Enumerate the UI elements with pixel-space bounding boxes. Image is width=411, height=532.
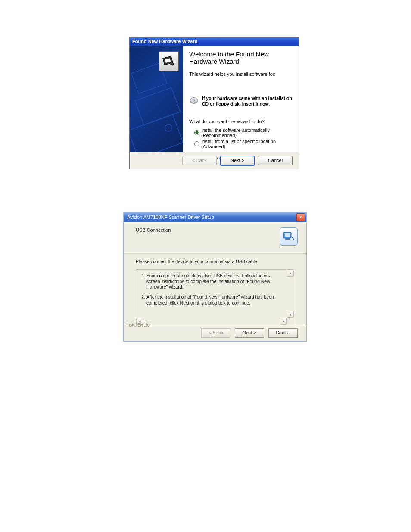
svg-rect-9 (285, 233, 290, 237)
radio-install-auto[interactable] (194, 130, 199, 135)
dlg1-back-button: < Back (182, 156, 217, 165)
dlg2-title-text: Avision AM7100NF Scanner Driver Setup (127, 212, 214, 222)
dlg2-header-text: USB Connection (136, 227, 171, 233)
dlg2-cancel-button[interactable]: Cancel (268, 328, 298, 338)
computer-usb-icon (280, 227, 298, 246)
wizard-sidebar (130, 46, 183, 152)
close-button[interactable]: × (296, 213, 305, 221)
dlg1-option-advanced-label: Install from a list or specific location… (201, 139, 293, 149)
avision-scanner-driver-setup-dialog: Avision AM7100NF Scanner Driver Setup × … (123, 212, 307, 342)
cd-icon (189, 96, 199, 106)
dlg1-title-text: Found New Hardware Wizard (132, 39, 197, 44)
found-new-hardware-wizard-dialog: Found New Hardware Wizard (129, 37, 299, 169)
dlg2-instruction-1: Your computer should detect two USB devi… (146, 273, 283, 290)
scroll-up-icon[interactable]: ▴ (287, 270, 294, 277)
dlg2-next-button[interactable]: Next > (235, 328, 264, 338)
dlg1-titlebar[interactable]: Found New Hardware Wizard (130, 37, 299, 46)
dlg1-next-button[interactable]: Next > (220, 156, 255, 165)
dlg2-titlebar[interactable]: Avision AM7100NF Scanner Driver Setup × (124, 212, 306, 222)
dlg2-instruction-2: After the installation of "Found New Har… (146, 294, 283, 305)
svg-point-7 (193, 99, 195, 100)
dlg2-back-button: < Back (201, 328, 230, 338)
dlg1-cd-text: If your hardware came with an installati… (202, 96, 293, 107)
dlg1-option-auto[interactable]: Install the software automatically (Reco… (194, 128, 293, 138)
svg-point-3 (165, 124, 172, 131)
dlg1-option-auto-label: Install the software automatically (Reco… (201, 128, 293, 138)
close-icon: × (299, 215, 302, 220)
vertical-scrollbar[interactable]: ▴ ▾ (287, 270, 294, 318)
dlg1-heading: Welcome to the Found New Hardware Wizard (189, 50, 293, 65)
device-icon (159, 51, 179, 71)
scroll-down-icon[interactable]: ▾ (287, 311, 294, 318)
svg-rect-2 (130, 114, 183, 152)
svg-rect-10 (285, 238, 290, 240)
dlg1-question: What do you want the wizard to do? (189, 119, 293, 124)
dlg2-message: Please connect the device to your comput… (124, 254, 306, 268)
dlg1-cancel-button[interactable]: Cancel (258, 156, 293, 165)
dlg1-subtext: This wizard helps you install software f… (189, 72, 293, 77)
dlg2-instruction-listbox: Your computer should detect two USB devi… (136, 269, 294, 325)
dlg1-option-advanced[interactable]: Install from a list or specific location… (194, 139, 293, 149)
radio-install-advanced[interactable] (194, 141, 199, 146)
